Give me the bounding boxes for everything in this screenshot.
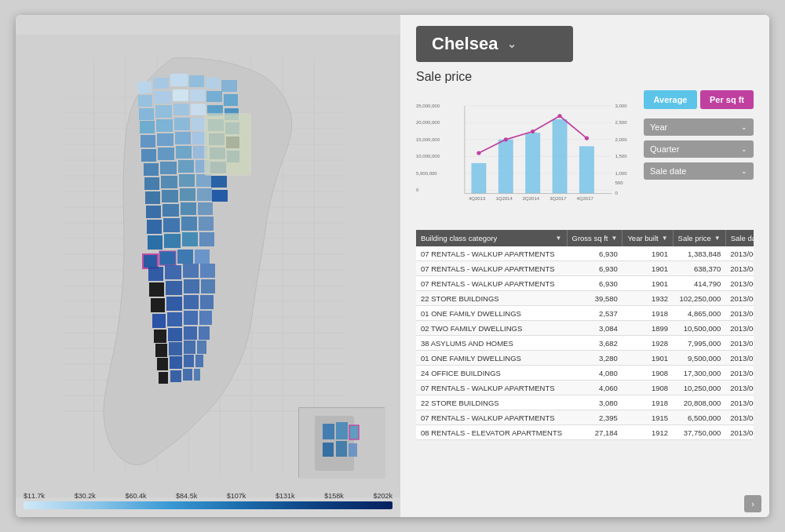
svg-rect-66 <box>143 254 158 268</box>
cell-sale-date: 2013/06/28 <box>725 366 754 381</box>
legend-label-2: $60.4k <box>125 492 146 500</box>
svg-rect-125 <box>159 372 168 384</box>
svg-text:4Q2013: 4Q2013 <box>469 196 486 201</box>
cell-sale-date: 2013/06/31 <box>725 261 754 276</box>
svg-rect-123 <box>184 355 194 367</box>
svg-rect-104 <box>201 279 215 293</box>
svg-rect-103 <box>184 279 199 293</box>
svg-rect-90 <box>163 218 180 232</box>
svg-rect-99 <box>183 264 199 278</box>
cell-gross-sqft: 2,537 <box>567 306 623 321</box>
table-row: 07 RENTALS - WALKUP APARTMENTS 6,930 190… <box>416 276 754 291</box>
cell-category: 07 RENTALS - WALKUP APARTMENTS <box>416 246 567 261</box>
sale-price-section: Sale price 25,000,000 20,000,000 15,000,… <box>416 70 754 224</box>
svg-rect-56 <box>175 132 191 144</box>
cell-sale-date: 2013/06/27 <box>725 395 754 410</box>
col-sale-date[interactable]: Sale date ▼ <box>725 230 754 246</box>
svg-rect-49 <box>156 119 173 132</box>
col-building-class[interactable]: Building class category ▼ <box>416 230 567 246</box>
saledate-label: Sale date <box>650 166 686 176</box>
data-table: Building class category ▼ Gross sq ft ▼ <box>416 230 754 440</box>
chart-svg: 25,000,000 20,000,000 15,000,000 10,000,… <box>416 90 632 216</box>
table-row: 02 TWO FAMILY DWELLINGS 3,084 1899 10,50… <box>416 321 754 336</box>
table-row: 22 STORE BUILDINGS 3,080 1918 20,808,000… <box>416 395 754 410</box>
svg-rect-118 <box>169 342 182 355</box>
svg-rect-44 <box>173 104 189 115</box>
svg-rect-100 <box>200 264 215 278</box>
svg-rect-102 <box>166 281 182 295</box>
col-gross-sqft[interactable]: Gross sq ft ▼ <box>567 230 623 246</box>
svg-text:15,000,000: 15,000,000 <box>416 137 440 142</box>
next-page-button[interactable]: › <box>744 495 761 512</box>
table-row: 07 RENTALS - WALKUP APARTMENTS 4,060 190… <box>416 381 754 395</box>
svg-rect-61 <box>158 148 174 160</box>
table-row: 01 ONE FAMILY DWELLINGS 3,280 1901 9,500… <box>416 351 754 366</box>
table-row: 01 ONE FAMILY DWELLINGS 2,537 1918 4,865… <box>416 306 754 321</box>
svg-text:3Q2017: 3Q2017 <box>550 196 567 201</box>
svg-rect-84 <box>212 190 228 202</box>
content-area: Sale price 25,000,000 20,000,000 15,000,… <box>400 62 769 490</box>
cell-gross-sqft: 3,080 <box>567 395 623 410</box>
svg-rect-96 <box>199 232 214 246</box>
saledate-control[interactable]: Sale date ⌄ <box>644 162 754 180</box>
toggle-average-button[interactable]: Average <box>644 90 697 109</box>
sale-price-title: Sale price <box>416 70 754 84</box>
legend-label-7: $202k <box>373 492 392 500</box>
toggle-row: Average Per sq ft <box>644 90 754 109</box>
svg-rect-69 <box>195 250 210 264</box>
table-row: 08 RENTALS - ELEVATOR APARTMENTS 27,184 … <box>416 425 754 440</box>
cell-sale-price: 10,250,000 <box>673 381 725 395</box>
svg-rect-54 <box>141 135 155 148</box>
legend-label-5: $131k <box>276 492 295 500</box>
svg-rect-98 <box>165 265 181 279</box>
cell-gross-sqft: 3,084 <box>567 321 623 336</box>
map-panel: $11.7k $30.2k $60.4k $84.5k $107k $131k … <box>16 15 400 517</box>
svg-rect-159 <box>498 140 513 194</box>
cell-sale-price: 20,808,000 <box>673 395 725 410</box>
svg-rect-30 <box>137 81 152 94</box>
svg-text:25,000,000: 25,000,000 <box>416 104 440 108</box>
svg-rect-130 <box>206 115 250 174</box>
legend-label-4: $107k <box>227 492 246 500</box>
svg-rect-71 <box>160 162 177 174</box>
cell-year-built: 1901 <box>623 276 673 291</box>
svg-rect-128 <box>194 369 200 381</box>
svg-rect-108 <box>200 295 214 309</box>
year-control[interactable]: Year ⌄ <box>644 118 754 136</box>
cell-gross-sqft: 27,184 <box>567 425 623 440</box>
svg-rect-48 <box>140 121 155 133</box>
col-sale-price[interactable]: Sale price ▼ <box>673 230 725 246</box>
svg-rect-94 <box>164 234 181 248</box>
next-icon: › <box>751 499 754 508</box>
table-body: 07 RENTALS - WALKUP APARTMENTS 6,930 190… <box>416 246 754 440</box>
legend-label-0: $11.7k <box>24 492 45 500</box>
svg-rect-106 <box>166 297 182 311</box>
svg-rect-160 <box>525 133 540 193</box>
svg-rect-136 <box>323 443 334 457</box>
cell-category: 24 OFFICE BUILDINGS <box>416 366 567 381</box>
cell-year-built: 1915 <box>623 410 673 425</box>
svg-rect-34 <box>206 78 220 89</box>
col-year-built[interactable]: Year built ▼ <box>623 230 673 246</box>
toggle-persqft-button[interactable]: Per sq ft <box>700 90 754 109</box>
table-row: 07 RENTALS - WALKUP APARTMENTS 2,395 191… <box>416 410 754 425</box>
svg-rect-43 <box>155 105 172 118</box>
svg-text:500: 500 <box>615 180 624 185</box>
svg-rect-120 <box>197 341 206 354</box>
svg-rect-77 <box>179 174 195 187</box>
cell-category: 01 ONE FAMILY DWELLINGS <box>416 351 567 366</box>
svg-rect-85 <box>146 206 161 218</box>
chart-row: 25,000,000 20,000,000 15,000,000 10,000,… <box>416 90 754 216</box>
svg-point-167 <box>585 137 589 140</box>
cell-sale-price: 9,500,000 <box>673 351 725 366</box>
cell-category: 07 RENTALS - WALKUP APARTMENTS <box>416 261 567 276</box>
cell-sale-date: 2013/06/28 <box>725 381 754 395</box>
neighborhood-dropdown[interactable]: Chelsea ⌄ <box>416 26 573 62</box>
quarter-control[interactable]: Quarter ⌄ <box>644 140 754 158</box>
svg-rect-82 <box>180 188 195 201</box>
minimap <box>298 407 385 478</box>
svg-rect-95 <box>182 232 198 246</box>
svg-rect-112 <box>199 311 212 325</box>
svg-rect-42 <box>139 108 154 120</box>
dropdown-chevron-icon: ⌄ <box>507 38 517 50</box>
